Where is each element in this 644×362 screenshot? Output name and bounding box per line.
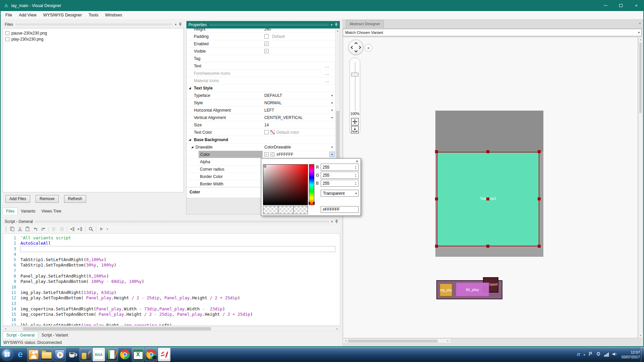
close-button[interactable]: × <box>629 0 644 11</box>
paste-button[interactable] <box>24 226 31 232</box>
pan-left-icon[interactable] <box>351 46 354 49</box>
remove-button[interactable]: Remove <box>36 195 59 203</box>
red-input[interactable]: 255 ▴▾ <box>321 164 359 171</box>
variant-selector[interactable]: Match Chosen Variant ▾ <box>343 29 642 36</box>
fit-to-screen-button[interactable] <box>351 118 359 125</box>
dropdown-arrow[interactable]: ▾ <box>329 100 335 106</box>
scrollbar-thumb[interactable] <box>23 327 211 330</box>
checkbox[interactable]: ✓ <box>264 49 269 53</box>
selection-handle[interactable] <box>486 197 489 200</box>
ellipsis-button[interactable]: ... <box>325 64 329 68</box>
property-row-color[interactable]: Color✓#FFFFFF▾ <box>186 151 335 158</box>
network-signal-icon[interactable] <box>604 352 609 357</box>
property-row-horizontal-alignment[interactable]: Horizontal AlignmentLEFT▾ <box>186 107 335 114</box>
tab-variants[interactable]: Variants <box>18 208 38 215</box>
scroll-left-icon[interactable]: ◂ <box>343 339 348 343</box>
ellipsis-button[interactable]: ... <box>325 71 329 76</box>
taskbar-icon-outlook[interactable] <box>27 348 40 361</box>
selection-handle[interactable] <box>538 150 541 153</box>
property-row-tag[interactable]: Tag <box>186 55 335 62</box>
scroll-up-icon[interactable]: ▴ <box>639 37 642 42</box>
taskbar-icon-paint-app[interactable] <box>158 348 170 361</box>
selection-handle[interactable] <box>538 245 541 248</box>
run-script-button[interactable] <box>98 226 105 232</box>
menu-item-add-view[interactable]: Add View <box>15 11 40 19</box>
gradient-marker[interactable] <box>264 165 266 168</box>
scroll-up-icon[interactable]: ▴ <box>335 28 340 33</box>
saturation-value-gradient[interactable] <box>263 164 308 205</box>
property-row-text-color[interactable]: Text ColorDefault color <box>186 129 335 136</box>
checkbox[interactable] <box>264 34 269 39</box>
pin-icon[interactable] <box>179 22 182 26</box>
refresh-button[interactable]: Refresh <box>64 195 86 203</box>
scroll-right-icon[interactable]: ▸ <box>335 326 340 331</box>
dropdown-arrow[interactable]: ▾ <box>329 152 335 157</box>
property-row-material-icons[interactable]: Material Icons... <box>186 77 335 84</box>
files-list[interactable]: pause-230x230.pngplay-230x230.png <box>3 28 184 192</box>
volume-icon[interactable] <box>612 352 617 358</box>
menu-item-windows[interactable]: Windows <box>102 11 125 19</box>
scrollbar-thumb[interactable] <box>639 43 642 113</box>
selection-handle[interactable] <box>435 245 438 248</box>
blue-input[interactable]: 255 ▴▾ <box>321 180 359 187</box>
show-desktop-button[interactable] <box>641 347 644 362</box>
popup-close-icon[interactable]: × <box>356 159 358 164</box>
property-row-text[interactable]: Text... <box>186 62 335 70</box>
panel-menu-icon[interactable]: ▾ <box>175 23 176 26</box>
minimize-button[interactable] <box>598 0 613 11</box>
tab-script-general[interactable]: Script - General <box>3 331 38 339</box>
zoom-slider-handle[interactable] <box>351 73 359 76</box>
spinner-icons[interactable]: ▴▾ <box>354 164 358 170</box>
pan-right-icon[interactable] <box>358 46 361 49</box>
green-input[interactable]: 255 ▴▾ <box>321 172 359 179</box>
scroll-left-icon[interactable]: ◂ <box>3 326 8 331</box>
pan-up-icon[interactable] <box>355 42 358 46</box>
taskbar-icon-windows-explorer[interactable] <box>40 348 53 361</box>
checkbox[interactable]: ✓ <box>264 152 269 157</box>
pan-down-icon[interactable] <box>355 49 358 53</box>
alpha-mode-select[interactable]: Transparent ▾ <box>321 190 359 197</box>
checkbox[interactable] <box>264 130 269 134</box>
canvas-vertical-scrollbar[interactable]: ▴ ▾ <box>638 37 643 338</box>
taskbar-icon-start-orb[interactable] <box>1 348 13 361</box>
property-row-typeface[interactable]: TypefaceDEFAULT▾ <box>186 92 335 99</box>
clock[interactable]: 12:07 03/07/2017 <box>622 350 640 359</box>
canvas-horizontal-scrollbar[interactable]: ◂ ▸ <box>343 339 451 343</box>
collapse-controls-button[interactable]: « <box>365 44 372 52</box>
add-files-button[interactable]: Add Files <box>5 195 30 203</box>
file-checkbox[interactable] <box>5 31 9 35</box>
property-row-text-style[interactable]: ◢Text Style <box>186 84 335 92</box>
taskbar-icon-internet-explorer[interactable]: e <box>14 348 26 361</box>
uncomment-button[interactable] <box>58 226 65 232</box>
panel-menu-icon[interactable]: ▾ <box>331 220 333 223</box>
expander-icon[interactable]: ◢ <box>189 86 191 89</box>
redo-button[interactable] <box>40 226 47 232</box>
search-icon[interactable] <box>87 226 94 232</box>
taskbar-icon-text-editor[interactable] <box>106 348 118 361</box>
property-row-drawable[interactable]: ◢DrawableColorDrawable▾ <box>186 143 335 151</box>
property-row-fontawesome-icons[interactable]: FontAwesome Icons... <box>186 70 335 77</box>
taskbar-icon-excel[interactable]: X <box>132 348 144 361</box>
spinner-icons[interactable]: ▴▾ <box>354 180 358 186</box>
tabstrip-menu-icon[interactable]: ▾ <box>639 22 641 25</box>
scroll-right-icon[interactable]: ▸ <box>445 339 450 343</box>
export-layout-button[interactable] <box>351 126 359 133</box>
taskbar-icon-media-player[interactable] <box>53 348 66 361</box>
property-row-vertical-alignment[interactable]: Vertical AlignmentCENTER_VERTICAL▾ <box>186 114 335 121</box>
pin-icon[interactable] <box>335 23 338 27</box>
taskbar-icon-coffee-app[interactable] <box>66 348 79 361</box>
ellipsis-button[interactable]: ... <box>325 78 329 83</box>
dropdown-arrow[interactable]: ▾ <box>329 107 335 113</box>
property-row-enabled[interactable]: Enabled✓ <box>186 40 335 48</box>
menu-item-wysiwyg-designer[interactable]: WYSIWYG Designer <box>40 11 85 19</box>
property-row-height[interactable]: Height260 <box>186 28 335 33</box>
pin-icon[interactable] <box>335 220 338 224</box>
scroll-down-icon[interactable]: ▾ <box>639 333 642 338</box>
file-checkbox[interactable] <box>5 37 9 41</box>
selection-handle[interactable] <box>435 197 438 200</box>
selection-handle[interactable] <box>538 197 541 200</box>
language-indicator[interactable]: IT <box>577 353 580 357</box>
taskbar-icon-chrome-profile[interactable] <box>145 348 157 361</box>
hidden-icons-chevron-icon[interactable]: ▴ <box>584 353 585 356</box>
hex-color-input[interactable]: #FFFFFF <box>321 206 359 213</box>
